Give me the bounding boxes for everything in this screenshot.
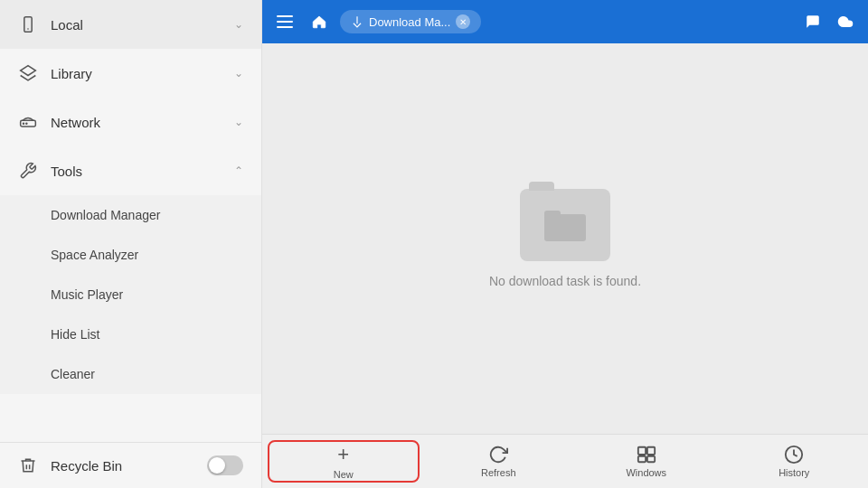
- chat-button[interactable]: [799, 8, 826, 35]
- sidebar-item-network-label: Network: [51, 115, 100, 130]
- windows-label: Windows: [626, 467, 666, 478]
- hamburger-line-2: [277, 21, 293, 23]
- sidebar: Local ⌄ Library ⌄: [0, 0, 262, 488]
- sidebar-subitem-hide-list[interactable]: Hide List: [0, 314, 261, 354]
- folder-body: [520, 189, 610, 261]
- chevron-up-icon: ⌃: [234, 164, 243, 177]
- svg-rect-10: [638, 456, 646, 462]
- svg-rect-7: [544, 211, 561, 218]
- refresh-icon: [488, 445, 508, 465]
- folder-inner-icon: [542, 207, 588, 243]
- sidebar-item-local-label: Local: [51, 17, 83, 33]
- sidebar-item-network[interactable]: Network ⌄: [0, 98, 261, 146]
- sidebar-subitem-cleaner[interactable]: Cleaner: [0, 354, 261, 394]
- refresh-button[interactable]: Refresh: [425, 435, 573, 488]
- content-area: No download task is found.: [262, 43, 868, 434]
- sidebar-item-local[interactable]: Local ⌄: [0, 0, 261, 49]
- hamburger-line-1: [277, 15, 293, 17]
- layers-icon: [18, 63, 38, 83]
- sidebar-item-library[interactable]: Library ⌄: [0, 49, 261, 98]
- main-content: Download Ma... ✕: [262, 0, 868, 488]
- header-actions: [799, 8, 859, 35]
- trash-icon: [18, 455, 38, 475]
- download-manager-tab[interactable]: Download Ma... ✕: [340, 10, 481, 33]
- svg-rect-11: [647, 456, 655, 462]
- sidebar-item-tools-label: Tools: [51, 164, 82, 179]
- sidebar-subitem-space-analyzer[interactable]: Space Analyzer: [0, 235, 261, 275]
- wrench-icon: [18, 161, 38, 181]
- sidebar-recycle-bin: Recycle Bin: [0, 442, 261, 488]
- recycle-bin-label: Recycle Bin: [51, 458, 122, 474]
- toggle-knob: [209, 457, 225, 474]
- tab-label: Download Ma...: [369, 15, 450, 29]
- refresh-label: Refresh: [481, 467, 516, 478]
- home-button[interactable]: [306, 8, 333, 35]
- new-label: New: [334, 469, 354, 480]
- header: Download Ma... ✕: [262, 0, 868, 43]
- new-button[interactable]: + New: [268, 440, 420, 483]
- folder-icon-container: [520, 189, 610, 261]
- svg-marker-2: [21, 66, 36, 76]
- windows-button[interactable]: Windows: [572, 435, 721, 488]
- tab-close-button[interactable]: ✕: [456, 14, 470, 29]
- hamburger-menu-button[interactable]: [271, 10, 298, 33]
- sidebar-item-library-label: Library: [51, 66, 92, 81]
- svg-rect-8: [638, 447, 646, 455]
- empty-state: No download task is found.: [489, 189, 641, 288]
- bottom-toolbar: + New Refresh: [262, 434, 868, 488]
- chevron-down-icon: ⌄: [234, 116, 243, 128]
- sidebar-subitem-download-manager[interactable]: Download Manager: [0, 195, 261, 235]
- chevron-down-icon: ⌄: [234, 67, 243, 80]
- svg-rect-0: [24, 17, 32, 33]
- history-icon: [784, 445, 804, 465]
- windows-icon: [637, 445, 656, 465]
- sidebar-subitem-music-player[interactable]: Music Player: [0, 275, 261, 314]
- folder-tab: [529, 182, 554, 191]
- empty-state-message: No download task is found.: [489, 274, 641, 288]
- chevron-down-icon: ⌄: [234, 18, 243, 31]
- svg-rect-6: [544, 214, 586, 241]
- recycle-bin-toggle[interactable]: [207, 455, 243, 475]
- plus-icon: +: [337, 443, 349, 466]
- svg-point-1: [27, 28, 29, 30]
- tools-subitems: Download Manager Space Analyzer Music Pl…: [0, 195, 261, 394]
- svg-rect-9: [647, 447, 655, 455]
- hamburger-line-3: [277, 26, 293, 28]
- router-icon: [18, 112, 38, 132]
- sidebar-item-tools[interactable]: Tools ⌃: [0, 146, 261, 195]
- history-label: History: [778, 467, 809, 478]
- history-button[interactable]: History: [721, 435, 869, 488]
- phone-icon: [18, 14, 38, 34]
- cloud-button[interactable]: [832, 8, 859, 35]
